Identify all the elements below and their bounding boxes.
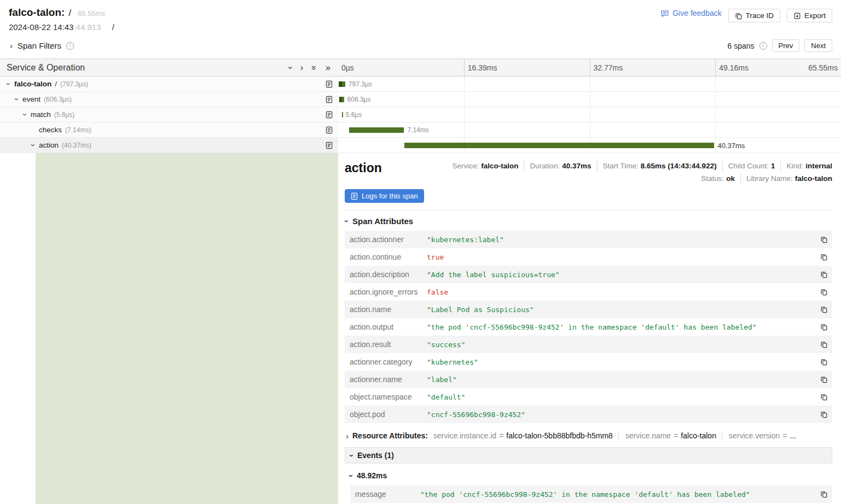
span-pager: 6 spans i Prev Next bbox=[727, 39, 832, 52]
span-name-cell[interactable]: ›event(606.3µs) bbox=[0, 92, 338, 107]
span-timeline-cell[interactable]: 797.3µs bbox=[338, 77, 841, 92]
span-timeline-cell[interactable]: 40.37ms bbox=[338, 138, 841, 153]
child-span-segment bbox=[339, 81, 342, 87]
span-timeline-cell[interactable]: 606.3µs bbox=[338, 92, 841, 107]
span-name-cell[interactable]: ›falco-talon/(797.3µs) bbox=[0, 77, 338, 92]
copy-icon[interactable] bbox=[820, 236, 828, 243]
span-bar[interactable] bbox=[349, 127, 404, 133]
copy-icon[interactable] bbox=[820, 271, 828, 278]
span-attributes-toggle[interactable]: › Span Attributes bbox=[346, 216, 832, 226]
span-bar[interactable] bbox=[342, 112, 343, 118]
attribute-row-object.pod: object.pod"cncf-55696bc998-9z452" bbox=[345, 406, 832, 423]
service-operation-header: Service & Operation › › » » bbox=[0, 59, 338, 76]
overview-item: Start Time:8.65ms (14:43:44.922) bbox=[597, 160, 717, 172]
give-feedback-link[interactable]: Give feedback bbox=[660, 9, 722, 17]
span-row-match[interactable]: ›match(5.6µs)5.6µs bbox=[0, 107, 841, 122]
timeline-tick-label: 32.77ms bbox=[590, 59, 623, 76]
resource-attributes-toggle[interactable]: › Resource Attributes: service.instance.… bbox=[346, 431, 832, 440]
span-duration: (5.6µs) bbox=[54, 111, 75, 119]
collapse-children-icon[interactable]: › bbox=[5, 80, 13, 87]
attribute-row-actionner.name: actionner.name"label" bbox=[345, 371, 832, 388]
span-log-icon[interactable] bbox=[326, 142, 333, 149]
attribute-value: "cncf-55696bc998-9z452" bbox=[427, 411, 816, 419]
span-bar[interactable] bbox=[404, 143, 714, 148]
span-row-event[interactable]: ›event(606.3µs)606.3µs bbox=[0, 92, 841, 107]
span-name-cell[interactable]: checks(7.14ms) bbox=[0, 122, 338, 138]
copy-icon[interactable] bbox=[820, 490, 828, 498]
service-operation-title: Service & Operation bbox=[7, 63, 85, 73]
event-time-toggle[interactable]: › 48.92ms bbox=[350, 471, 832, 480]
span-log-icon[interactable] bbox=[326, 126, 333, 134]
copy-icon[interactable] bbox=[820, 306, 828, 313]
copy-icon[interactable] bbox=[820, 341, 828, 348]
timeline-ruler: 0µs16.39ms32.77ms49.16ms65.55ms bbox=[338, 59, 841, 76]
expand-one-icon[interactable]: › bbox=[286, 66, 294, 69]
span-log-icon[interactable] bbox=[326, 80, 333, 88]
divider bbox=[345, 210, 832, 210]
span-name-cell[interactable]: ›action(40.37ms) bbox=[0, 138, 338, 153]
copy-icon[interactable] bbox=[820, 393, 828, 401]
copy-icon[interactable] bbox=[820, 253, 828, 261]
attribute-key: actionner.category bbox=[345, 358, 427, 366]
expand-all-icon[interactable]: » bbox=[310, 65, 319, 70]
event-message-row: message "the pod 'cncf-55696bc998-9z452'… bbox=[350, 485, 832, 503]
next-button[interactable]: Next bbox=[804, 39, 832, 52]
selected-span-left-gutter bbox=[0, 153, 338, 504]
events-toggle[interactable]: › Events (1) bbox=[345, 447, 832, 464]
span-attributes-table: action.actionner"kubernetes:label"action… bbox=[345, 231, 832, 423]
feedback-label: Give feedback bbox=[672, 9, 722, 17]
attribute-key: action.actionner bbox=[345, 235, 427, 244]
trace-header: falco-talon: / 65.55ms 2024-08-22 14:43:… bbox=[0, 0, 841, 35]
export-icon bbox=[793, 12, 801, 20]
collapse-children-icon[interactable]: › bbox=[21, 111, 30, 118]
timeline-tick-label: 16.39ms bbox=[464, 59, 497, 76]
trace-operation: / bbox=[68, 8, 71, 19]
span-bar-label: 606.3µs bbox=[347, 96, 371, 103]
chevron-right-icon: › bbox=[10, 42, 13, 50]
export-button[interactable]: Export bbox=[787, 9, 832, 22]
attribute-key: action.output bbox=[345, 323, 427, 331]
attribute-value: "kubernetes:label" bbox=[427, 236, 816, 244]
collapse-children-icon[interactable]: › bbox=[13, 96, 21, 103]
span-bar[interactable] bbox=[339, 81, 345, 87]
span-row-action[interactable]: ›action(40.37ms)40.37ms bbox=[0, 138, 841, 153]
info-icon[interactable]: i bbox=[66, 42, 74, 50]
copy-icon[interactable] bbox=[820, 323, 828, 331]
copy-icon[interactable] bbox=[820, 358, 828, 366]
timeline-tick-label: 49.16ms bbox=[715, 59, 749, 76]
attribute-value: "default" bbox=[427, 393, 816, 401]
span-log-icon[interactable] bbox=[326, 96, 333, 103]
collapse-all-icon[interactable]: » bbox=[326, 63, 330, 72]
prev-button[interactable]: Prev bbox=[772, 39, 800, 52]
log-icon bbox=[351, 192, 358, 200]
trace-id-button[interactable]: Trace ID bbox=[728, 9, 780, 22]
child-span-segment bbox=[339, 97, 341, 102]
attribute-value: true bbox=[427, 253, 816, 261]
info-icon[interactable]: i bbox=[759, 42, 767, 50]
span-row-checks[interactable]: checks(7.14ms)7.14ms bbox=[0, 122, 841, 138]
event-message-value: "the pod 'cncf-55696bc998-9z452' in the … bbox=[420, 490, 816, 499]
span-filters-toggle[interactable]: › Span Filters i bbox=[10, 41, 74, 50]
span-bar[interactable] bbox=[339, 97, 344, 102]
copy-icon[interactable] bbox=[820, 411, 828, 418]
copy-icon[interactable] bbox=[820, 288, 828, 296]
attribute-row-action.output: action.output"the pod 'cncf-55696bc998-9… bbox=[345, 318, 832, 336]
span-timeline-cell[interactable]: 7.14ms bbox=[338, 122, 841, 138]
logs-for-span-button[interactable]: Logs for this span bbox=[345, 189, 424, 203]
attribute-value: "Add the label suspicious=true" bbox=[427, 271, 816, 279]
logs-button-label: Logs for this span bbox=[362, 192, 418, 200]
span-timeline-cell[interactable]: 5.6µs bbox=[338, 107, 841, 122]
tree-controls: › › » » bbox=[289, 63, 330, 72]
collapse-one-icon[interactable]: › bbox=[300, 63, 303, 72]
copy-icon[interactable] bbox=[820, 376, 828, 383]
attribute-value: "the pod 'cncf-55696bc998-9z452' in the … bbox=[427, 323, 816, 331]
span-log-icon[interactable] bbox=[326, 111, 333, 119]
span-name: checks bbox=[39, 126, 62, 134]
collapse-children-icon[interactable]: › bbox=[30, 142, 38, 149]
attribute-value: "label" bbox=[427, 376, 816, 384]
span-row-falco-talon[interactable]: ›falco-talon/(797.3µs)797.3µs bbox=[0, 77, 841, 92]
span-name-cell[interactable]: ›match(5.6µs) bbox=[0, 107, 338, 122]
span-name: event bbox=[22, 95, 40, 103]
attribute-value: "success" bbox=[427, 341, 816, 349]
span-attributes-title: Span Attributes bbox=[352, 216, 413, 226]
